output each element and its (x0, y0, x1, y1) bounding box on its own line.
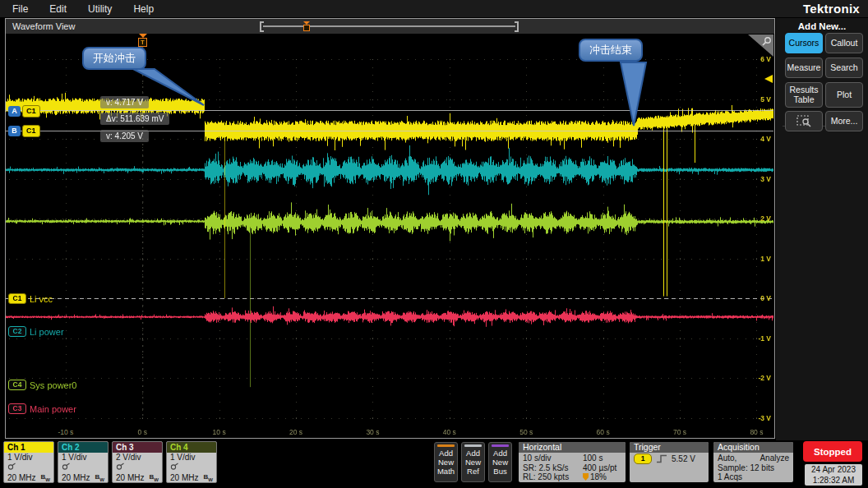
zoom-select-icon (796, 115, 812, 127)
trigger-level-arrow[interactable] (764, 75, 773, 83)
menu-help[interactable]: Help (133, 3, 154, 15)
x-axis-label: 80 s (744, 428, 769, 436)
x-axis-label: 60 s (591, 428, 616, 436)
cursors-button[interactable]: Cursors (785, 33, 823, 53)
oscilloscope-app: File Edit Utility Help Tektronix Wavefor… (0, 0, 868, 488)
ch1-scale: 1 V/div (7, 453, 50, 463)
bandwidth-limit-icon: BW (41, 472, 50, 483)
results-table-button[interactable]: Results Table (785, 82, 823, 108)
more-button[interactable]: More... (825, 111, 863, 131)
run-stop-button[interactable]: Stopped (803, 441, 862, 462)
cursor-b-badge[interactable]: B C1 (8, 125, 40, 137)
probe-icon (62, 463, 71, 470)
right-sidebar: Add New... Cursors Callout Measure Searc… (776, 18, 868, 440)
ch2-scale: 1 V/div (62, 453, 104, 463)
add-new-ref-button[interactable]: Add New Ref (461, 442, 485, 482)
y-axis-label: 2 V (760, 214, 771, 223)
channel-c1-badge[interactable]: C1 (8, 293, 26, 304)
ch3-badge[interactable]: Ch 3 2 V/div 20 MHz BW (112, 441, 163, 483)
channel-c4-name: Sys power0 (30, 380, 76, 390)
menu-file[interactable]: File (12, 3, 28, 15)
ch4-name: Ch 4 (167, 442, 216, 453)
channel-c2-badge[interactable]: C2 (8, 326, 26, 337)
x-axis-label: 0 s (130, 428, 155, 436)
x-axis-label: 20 s (284, 428, 308, 436)
channel-label[interactable]: C2 Li power (8, 326, 64, 337)
add-new-bus-button[interactable]: Add New Bus (488, 442, 512, 482)
ch3-scale: 2 V/div (116, 453, 159, 463)
callout-start[interactable]: 开始冲击 (82, 47, 146, 70)
horizontal-panel[interactable]: Horizontal 10 s/div 100 s SR: 2.5 kS/s 4… (519, 442, 626, 482)
ch2-bandwidth: 20 MHz (62, 473, 90, 483)
plot-button[interactable]: Plot (825, 82, 863, 108)
menu-utility[interactable]: Utility (88, 3, 112, 15)
acquisition-mode: Auto, (718, 453, 736, 463)
channel-c2-name: Li power (30, 327, 64, 337)
trigger-source-badge: 1 (634, 453, 652, 464)
x-axis-label: 70 s (667, 428, 692, 436)
callout-end[interactable]: 冲击结束 (579, 39, 643, 62)
ch4-badge[interactable]: Ch 4 1 V/div 20 MHz BW (166, 441, 217, 483)
y-axis-label: -1 V (758, 334, 771, 343)
measure-button[interactable]: Measure (785, 58, 823, 78)
y-axis-label: 6 V (760, 55, 771, 63)
waveform-view-panel: Waveform View T (5, 18, 775, 439)
horizontal-window: 100 s (583, 453, 621, 463)
x-axis-label: 10 s (207, 428, 232, 436)
cursor-b-source: C1 (22, 125, 40, 137)
probe-icon (7, 463, 16, 470)
menu-bar: File Edit Utility Help Tektronix (0, 0, 868, 17)
ch1-bandwidth: 20 MHz (7, 473, 35, 483)
ch1-badge[interactable]: Ch 1 1 V/div 20 MHz BW (3, 441, 54, 483)
channel-label[interactable]: C1 Li vcc (8, 293, 53, 304)
x-axis-label: 30 s (360, 428, 385, 436)
y-axis-label: 3 V (760, 175, 771, 183)
channel-label[interactable]: C3 Main power (8, 403, 76, 414)
ch4-bandwidth: 20 MHz (170, 473, 198, 483)
bandwidth-limit-icon: BW (150, 472, 159, 483)
waveform-view-tab[interactable]: Waveform View (6, 21, 75, 31)
trigger-position-icon (583, 473, 589, 481)
ref-accent (464, 444, 482, 447)
cursor-a-badge[interactable]: A C1 (8, 105, 40, 117)
minimap-right-bracket (515, 21, 519, 32)
horizontal-title: Horizontal (519, 442, 626, 453)
waveform-view-tabbar: Waveform View (6, 19, 774, 34)
trigger-panel[interactable]: Trigger 1 5.52 V (630, 442, 709, 482)
graticule-area: T A C1 B C1 v: 4.717 V Δv: 511.639 mV (6, 34, 774, 438)
channel-c3-name: Main power (30, 404, 76, 414)
add-new-header: Add New... (776, 21, 868, 31)
trigger-position: 18% (583, 472, 621, 482)
menu-edit[interactable]: Edit (49, 3, 67, 15)
record-view-minimap[interactable] (260, 21, 519, 32)
probe-icon (116, 463, 125, 470)
search-button[interactable]: Search (825, 58, 863, 78)
channel-c4-badge[interactable]: C4 (8, 380, 26, 390)
bandwidth-limit-icon: BW (95, 472, 104, 483)
acquisition-panel[interactable]: Acquisition Auto, Analyze Sample: 12 bit… (713, 442, 793, 482)
ch2-badge[interactable]: Ch 2 1 V/div 20 MHz BW (58, 441, 108, 483)
add-new-math-button[interactable]: Add New Math (434, 442, 458, 482)
ch1-name: Ch 1 (4, 442, 53, 453)
acquisition-count: 1 Acqs (718, 472, 789, 482)
minimap-trigger-icon[interactable] (302, 21, 310, 32)
cursor-a-readout: v: 4.717 V (100, 96, 149, 108)
ch4-scale: 1 V/div (170, 453, 213, 463)
x-axis-label: 50 s (514, 428, 538, 436)
y-axis-label: 0 V (760, 294, 771, 302)
waveform-display[interactable] (6, 34, 773, 426)
cursor-delta-readout: Δv: 511.639 mV (100, 113, 169, 125)
channel-label[interactable]: C4 Sys power0 (8, 380, 76, 390)
horizontal-scale: 10 s/div (523, 453, 583, 463)
time-label: 1:28:32 AM (805, 476, 862, 486)
channel-c3-badge[interactable]: C3 (8, 403, 26, 414)
trigger-position-marker[interactable]: T (137, 34, 148, 47)
ch2-name: Ch 2 (58, 442, 108, 453)
trigger-title: Trigger (630, 442, 709, 453)
zoom-select-button[interactable] (785, 111, 823, 131)
ch3-name: Ch 3 (113, 442, 162, 453)
probe-icon (170, 463, 179, 470)
y-axis-label: 5 V (760, 95, 771, 104)
callout-button[interactable]: Callout (825, 33, 863, 53)
tektronix-logo: Tektronix (803, 2, 860, 16)
